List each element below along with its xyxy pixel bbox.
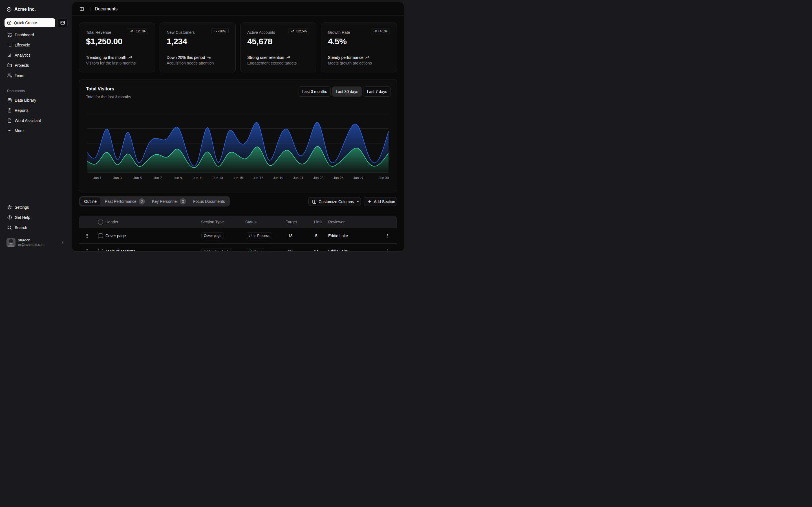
svg-text:Jun 30: Jun 30 (378, 176, 389, 180)
svg-text:Jun 19: Jun 19 (273, 176, 283, 180)
svg-text:Jun 9: Jun 9 (174, 176, 182, 180)
svg-text:Jun 17: Jun 17 (253, 176, 263, 180)
svg-text:Jun 11: Jun 11 (193, 176, 203, 180)
svg-text:Jun 21: Jun 21 (293, 176, 303, 180)
svg-text:Jun 7: Jun 7 (154, 176, 162, 180)
svg-text:Jun 13: Jun 13 (213, 176, 223, 180)
svg-text:Jun 15: Jun 15 (233, 176, 243, 180)
svg-text:Jun 25: Jun 25 (333, 176, 343, 180)
svg-text:Jun 27: Jun 27 (353, 176, 363, 180)
svg-text:Jun 1: Jun 1 (93, 176, 102, 180)
svg-text:Jun 5: Jun 5 (133, 176, 142, 180)
svg-text:Jun 3: Jun 3 (113, 176, 122, 180)
svg-text:Jun 23: Jun 23 (313, 176, 323, 180)
